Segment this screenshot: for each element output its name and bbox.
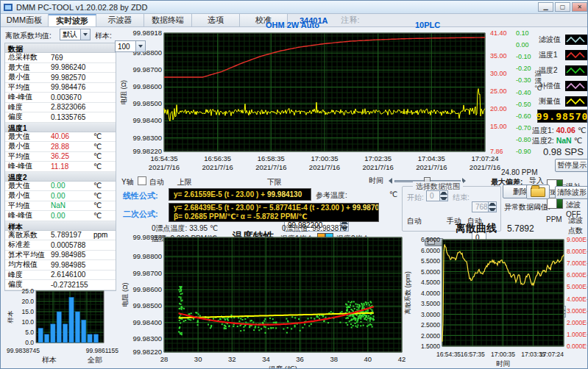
scatter-point [264,318,266,320]
stats-cell: 0.00 [51,192,93,200]
scatter-point [347,310,348,312]
stats-cell: 2.6146100 [51,271,93,279]
scatter-point [291,316,293,318]
scatter-point [366,326,368,327]
stats-cell: ℃ [93,162,111,171]
axis-tick-label: 4.000E-2 [567,295,588,303]
scatter-point [273,322,274,323]
stats-cell: 99.984476 [51,83,93,91]
scatter-point [230,315,232,316]
histogram-bar [82,320,86,343]
scatter-point [323,320,325,322]
scatter-point [185,320,186,321]
time-slider-label: 时间 [369,176,383,186]
scatter-point [220,318,222,320]
axis-tick-label: 2021/7/16 [202,163,233,171]
title-bar: DMM PC-TOOL v1.20.02.28 by ZDD ▁ ▢ ✕ [1,1,588,14]
chevron-down-icon[interactable] [135,41,145,51]
axis-tick-label: 9.000E-2 [567,236,588,243]
scatter-point [360,321,361,323]
scatter-x-axis-label: 温度 (℃) [269,365,297,369]
spinner-icon[interactable] [439,191,447,201]
range-start-input[interactable]: 0 [426,190,448,201]
axis-tick-label: 99.98400 [132,318,162,326]
histogram-bar [88,334,92,343]
sample-dropdown[interactable]: 100 [115,40,146,52]
scatter-point [269,318,271,319]
pause-display-button[interactable]: 暂停显示 [555,159,588,172]
scatter-point [193,318,194,320]
axis-tick-label: 6.0000 [421,247,440,254]
stats-cell: ℃ [93,201,111,209]
stats-section-header: 数据 [5,43,116,53]
stats-row: 峰-峰值0.00℃ [5,211,116,221]
axis-tick-label: 6.000E-2 [567,271,588,279]
chevron-down-icon[interactable] [80,29,90,40]
stats-row: 算术平均值99.984985 [5,251,116,261]
scatter-point [359,306,361,307]
cv-average-dropdown[interactable]: 默认 [60,29,91,40]
spinner-icon[interactable] [488,202,496,212]
legend-label: 滤波值 [539,35,565,45]
scatter-point [356,306,358,307]
scatter-point [268,328,269,329]
histogram-bar [63,324,67,343]
scatter-point [358,318,359,320]
scatter-y-axis-label: 电阻 (Ω) [121,282,129,307]
scatter-point [228,326,230,327]
legend-item[interactable]: 测量值 [539,93,587,109]
folder-icon [531,187,545,197]
scatter-point [314,318,315,320]
zero-drift-value: 99.983870 [312,224,347,232]
scatter-point [224,318,225,319]
temp1-unit: ℃ [578,126,587,135]
scatter-point [355,304,356,305]
scatter-point [180,293,182,295]
histogram: 25.020.015.010.05.00.0样本99.983874599.986… [4,287,120,355]
scatter-point [270,327,272,329]
scatter-point [233,326,234,327]
y-axis-auto-label: 自动 [149,177,164,187]
minimize-icon[interactable]: ▁ [538,2,553,12]
plc-label: 10PLC [415,21,440,29]
stats-cell: 40.06 [51,132,93,140]
scatter-point [357,326,358,328]
slider-left-icon[interactable] [389,178,392,184]
clear-waveform-button[interactable]: 清除波形 [555,186,588,199]
scatter-point [225,328,227,329]
scatter-point [286,332,288,334]
sps-indicator: 0.98 SPS [543,146,584,157]
close-icon[interactable]: ✕ [572,2,587,12]
scatter-point [179,328,180,329]
legend-wave-icon [565,96,587,107]
scatter-point [263,326,265,327]
tab-2[interactable]: 实时波形 [49,14,96,26]
filter-toggle[interactable] [547,198,563,209]
cv-y-axis-label: 离散系数 (ppm) [404,271,411,315]
legend-item[interactable]: 温度1 [539,47,587,62]
stats-row: 峰-峰值0.003670 [5,93,116,103]
scatter-point [352,319,353,320]
scatter-point [371,309,372,311]
stats-cell: 0.1335765 [51,113,93,121]
legend-item[interactable]: 滤波值 [539,32,587,47]
scatter-point [371,305,372,307]
import-folder-button[interactable] [526,184,550,199]
main-waveform-chart: 99.9891899.9880099.9870099.9860099.98500… [118,20,588,171]
stats-row: 平均值99.984476 [5,83,116,93]
range-end-input[interactable]: 768 [472,201,497,212]
y-axis-auto-checkbox[interactable] [138,176,146,185]
legend-item[interactable]: 补偿值 [539,78,587,93]
maximize-icon[interactable]: ▢ [555,2,570,12]
plot-background [164,237,402,352]
scatter-point [261,328,262,329]
axis-tick-label: 0.10 [516,29,529,37]
scatter-point [249,320,251,322]
scatter-point [355,320,356,321]
axis-tick-label: 4.0000 [421,290,440,297]
axis-tick-label: 99.98300 [132,134,162,142]
tab-1[interactable]: DMM面板 [1,14,49,26]
outlier-threshold-label: 异常数据阈值: [504,202,550,212]
legend-item[interactable]: 温度2 [539,62,587,78]
scatter-point [180,289,182,290]
